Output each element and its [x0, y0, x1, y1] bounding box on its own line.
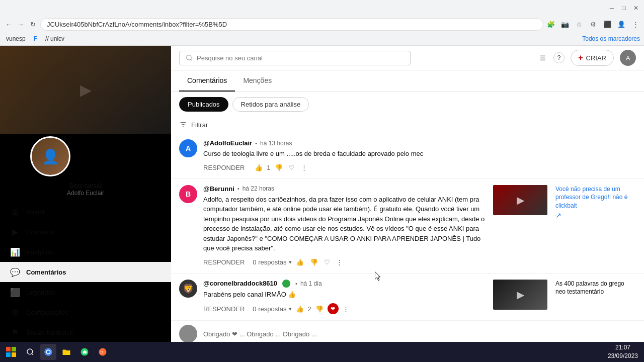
search-taskbar-icon[interactable] [22, 344, 38, 360]
bookmark-unicv[interactable]: // unicv [43, 34, 66, 43]
heart-button[interactable]: ♡ [322, 257, 332, 267]
comment-author: @coronelbraddock8610 [203, 280, 277, 287]
back-button[interactable]: ← [4, 20, 13, 29]
partial-comment-item: Obrigado ❤ ... Obrigado ... Obrigado ... [171, 321, 644, 342]
filter-icon [179, 121, 187, 129]
responses-button[interactable]: 0 respostas ▾ [253, 258, 291, 266]
responses-button[interactable]: 0 respostas ▾ [253, 305, 291, 313]
like-count: 2 [308, 305, 311, 313]
windows-logo-icon [6, 347, 16, 357]
forward-button[interactable]: → [16, 20, 25, 29]
comment-author: @Berunni [203, 185, 234, 193]
bookmark-label: vunesp [6, 35, 26, 42]
sidebar-item-conteudo[interactable]: ▶ Conteúdo [0, 222, 171, 242]
chevron-down-icon: ▾ [289, 259, 292, 265]
search-box[interactable] [179, 51, 411, 65]
sidebar-label: Legendas [26, 289, 55, 296]
filter-row[interactable]: Filtrar [171, 117, 644, 133]
chevron-down-icon: ▾ [289, 306, 292, 312]
explorer-taskbar-icon[interactable] [58, 344, 74, 360]
comment-author: @AdolfoEuclair [203, 139, 252, 147]
list-icon[interactable]: ☰ [538, 53, 547, 62]
sidebar-label: Enviar feedback [26, 329, 73, 336]
tab-mencoes[interactable]: Menções [235, 70, 280, 92]
reply-button[interactable]: RESPONDER [203, 305, 245, 313]
user-avatar[interactable]: A [620, 50, 636, 66]
sidebar-item-configuracoes[interactable]: ⚙ Configurações [0, 302, 171, 322]
comment-time: há 13 horas [260, 140, 292, 147]
start-button[interactable] [2, 343, 20, 361]
svg-point-14 [47, 350, 50, 353]
sidebar-item-legendas[interactable]: ⬛ Legendas [0, 282, 171, 302]
video-title[interactable]: Você não precisa de um professor de Greg… [555, 185, 636, 210]
sidebar-item-painel[interactable]: ⊞ Painel [0, 202, 171, 222]
video-thumbnail[interactable]: ▶ [493, 280, 547, 310]
reply-button[interactable]: RESPONDER [203, 258, 245, 266]
bookmark-vunesp[interactable]: vunesp [4, 34, 28, 43]
profile-avatar[interactable]: 👤 [617, 20, 626, 29]
comentarios-icon: 💬 [10, 267, 20, 277]
more-button[interactable]: ⋮ [299, 163, 309, 172]
comment-time: há 22 horas [243, 185, 274, 192]
close-button[interactable]: ✕ [632, 4, 640, 12]
app-taskbar-icon[interactable]: D [95, 344, 111, 360]
sidebar-item-comentarios[interactable]: 💬 Comentários [0, 262, 171, 282]
whatsapp-taskbar-icon[interactable] [76, 344, 93, 360]
subtab-publicados[interactable]: Publicados [179, 97, 228, 112]
bookmark-f[interactable]: F [32, 34, 39, 43]
more-button[interactable]: ⋮ [341, 304, 351, 314]
address-text: JCUkselr405bNbfCrAzfLnoA/comments/inbox?… [47, 21, 537, 28]
bookmarks-all-label[interactable]: Todos os marcadores [582, 35, 640, 42]
sidebar-label: Painel [26, 208, 44, 216]
dislike-button[interactable]: 👎 [308, 257, 320, 267]
sidebar-item-feedback[interactable]: ⚑ Enviar feedback [0, 322, 171, 342]
create-button[interactable]: + CRIAR [571, 50, 614, 66]
svg-text:D: D [101, 350, 104, 354]
painel-icon: ⊞ [10, 207, 20, 217]
heart-button[interactable]: ♡ [287, 163, 297, 172]
legendas-icon: ⬛ [10, 287, 20, 297]
menu-icon[interactable]: ⋮ [631, 20, 640, 29]
help-icon[interactable]: ? [553, 52, 565, 63]
like-button[interactable]: 👍 [253, 163, 265, 172]
chrome-taskbar-icon[interactable] [40, 344, 56, 360]
members-badge [282, 280, 290, 288]
sidebar-item-analytics[interactable]: 📊 Analytics [0, 242, 171, 262]
reload-button[interactable]: ↻ [28, 20, 37, 29]
extension-icon[interactable]: ⚙ [589, 20, 598, 29]
subtab-retidos[interactable]: Retidos para análise [232, 97, 309, 112]
external-link-icon[interactable]: ↗ [555, 211, 636, 219]
sidebar-label: Configurações [26, 309, 68, 316]
partial-comment-text: Obrigado ❤ ... Obrigado ... Obrigado ... [203, 330, 636, 338]
profile-split-icon[interactable]: ⬛ [603, 20, 612, 29]
more-button[interactable]: ⋮ [334, 257, 345, 267]
channel-handle-sidebar: Adolfo Euclair [0, 190, 171, 197]
subtab-label: Retidos para análise [241, 101, 301, 108]
maximize-button[interactable]: □ [620, 4, 628, 12]
extensions-icon[interactable]: 🧩 [546, 20, 555, 29]
reply-button[interactable]: RESPONDER [203, 164, 245, 171]
address-bar[interactable]: JCUkselr405bNbfCrAzfLnoA/comments/inbox?… [40, 18, 543, 31]
video-thumbnail[interactable]: ▶ [493, 185, 547, 215]
create-label: CRIAR [586, 54, 606, 62]
dislike-button[interactable]: 👎 [273, 163, 285, 172]
comment-item: A @AdolfoEuclair • há 13 horas Curso de … [171, 133, 644, 179]
comment-item: 🦁 @coronelbraddock8610 • há 1 dia Parabé… [171, 274, 644, 321]
like-button[interactable]: 👍 [294, 304, 306, 314]
minimize-button[interactable]: ─ [608, 4, 616, 12]
comment-text: Curso de teologia livre e um .....os de … [203, 149, 636, 159]
svg-rect-7 [12, 347, 16, 351]
like-button[interactable]: 👍 [294, 257, 306, 267]
search-input[interactable] [197, 54, 404, 62]
conteudo-icon: ▶ [10, 227, 20, 237]
star-icon[interactable]: ☆ [575, 20, 584, 29]
video-title: As 400 palavras do grego neo testamentár… [555, 280, 636, 297]
tab-label: Menções [243, 76, 272, 84]
screenshot-icon[interactable]: 📷 [560, 20, 570, 29]
heart-reaction[interactable]: ❤ [328, 303, 339, 314]
tab-label: Comentários [187, 76, 227, 84]
dislike-button[interactable]: 👎 [313, 304, 326, 314]
comment-avatar: 🦁 [179, 280, 197, 298]
comment-text: Adolfo, a respeito dos cartõezinhos, da … [203, 195, 487, 253]
tab-comentarios[interactable]: Comentários [179, 70, 235, 92]
